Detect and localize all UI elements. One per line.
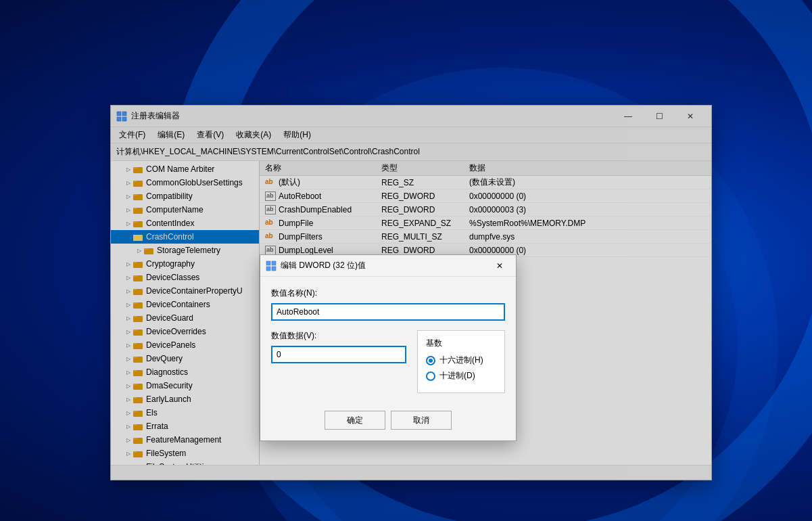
svg-rect-53 [272, 267, 276, 271]
value-data-input[interactable] [271, 346, 406, 363]
value-data-label: 数值数据(V): [271, 330, 406, 342]
dec-radio-text: 十进制(D) [439, 370, 475, 382]
ok-button[interactable]: 确定 [325, 411, 385, 430]
hex-radio-label[interactable]: 十六进制(H) [426, 355, 496, 366]
dialog-app-icon [266, 260, 277, 271]
dec-radio-label[interactable]: 十进制(D) [426, 370, 496, 382]
hex-radio-text: 十六进制(H) [439, 355, 483, 366]
svg-rect-52 [266, 267, 270, 271]
radix-title: 基数 [426, 338, 496, 349]
modal-overlay: 编辑 DWORD (32 位)值 ✕ 数值名称(N): 数值数据(V): 基数 [111, 106, 711, 480]
svg-rect-50 [266, 261, 270, 265]
regedit-window: 注册表编辑器 — ☐ ✕ 文件(F) 编辑(E) 查看(V) 收藏夹(A) 帮助… [110, 105, 712, 480]
cancel-button[interactable]: 取消 [391, 411, 452, 430]
dec-radio[interactable] [426, 371, 435, 381]
dialog-close-button[interactable]: ✕ [489, 256, 510, 275]
dialog-title-bar: 编辑 DWORD (32 位)值 ✕ [260, 255, 516, 277]
value-name-input[interactable] [271, 303, 505, 321]
dialog-value-row: 数值数据(V): 基数 十六进制(H) 十进制(D) [271, 330, 505, 393]
dialog-body: 数值名称(N): 数值数据(V): 基数 十六进制(H) [260, 277, 516, 404]
value-name-label: 数值名称(N): [271, 288, 505, 299]
radix-section: 基数 十六进制(H) 十进制(D) [417, 330, 505, 393]
edit-dword-dialog: 编辑 DWORD (32 位)值 ✕ 数值名称(N): 数值数据(V): 基数 [260, 254, 517, 441]
value-data-section: 数值数据(V): [271, 330, 406, 363]
hex-radio[interactable] [426, 356, 435, 365]
dialog-footer: 确定 取消 [260, 404, 516, 440]
svg-rect-51 [272, 261, 276, 265]
dialog-title: 编辑 DWORD (32 位)值 [281, 260, 489, 271]
